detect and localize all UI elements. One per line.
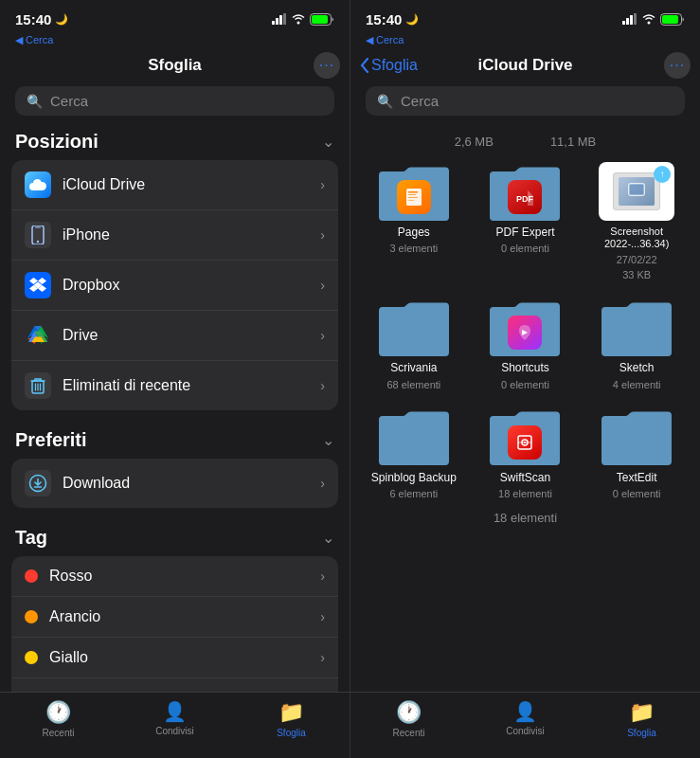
battery-icon bbox=[310, 13, 334, 26]
right-more-button[interactable]: ··· bbox=[664, 52, 691, 79]
left-header-action[interactable]: ··· bbox=[293, 52, 340, 79]
file-sizes-row: 2,6 MB 11,1 MB bbox=[358, 135, 692, 160]
list-item-dropbox[interactable]: Dropbox › bbox=[11, 261, 338, 311]
list-item-iphone[interactable]: iPhone › bbox=[11, 210, 338, 261]
right-back-button[interactable]: Sfoglia bbox=[360, 57, 436, 74]
list-item-drive[interactable]: Drive › bbox=[11, 311, 338, 361]
preferiti-chevron[interactable]: ⌄ bbox=[322, 431, 334, 449]
list-item-giallo[interactable]: Giallo › bbox=[11, 638, 338, 678]
list-item-arancio[interactable]: Arancio › bbox=[11, 597, 338, 638]
svg-rect-9 bbox=[35, 227, 41, 228]
left-search-icon: 🔍 bbox=[27, 94, 43, 109]
scrivania-folder-bg bbox=[376, 298, 452, 356]
right-tab-sfoglia[interactable]: 📁 Sfoglia bbox=[583, 700, 700, 738]
tag-chevron[interactable]: ⌄ bbox=[322, 529, 334, 547]
textedit-count: 0 elementi bbox=[613, 488, 661, 499]
swiftscan-icon-wrap bbox=[487, 406, 563, 467]
download-chevron: › bbox=[320, 476, 325, 491]
dropbox-chevron: › bbox=[320, 278, 325, 293]
screenshot-name: Screenshot 2022-...36.34) bbox=[588, 226, 685, 250]
posizioni-chevron[interactable]: ⌄ bbox=[322, 133, 334, 151]
dropbox-label: Dropbox bbox=[63, 277, 309, 294]
left-tab-sfoglia[interactable]: 📁 Sfoglia bbox=[233, 700, 350, 738]
folder-sketch[interactable]: Sketch 4 elementi bbox=[588, 296, 685, 389]
right-header-action[interactable]: ··· bbox=[615, 52, 691, 79]
eliminati-icon bbox=[25, 372, 51, 399]
left-more-button[interactable]: ··· bbox=[314, 52, 340, 79]
left-tab-recenti[interactable]: 🕐 Recenti bbox=[0, 700, 117, 738]
sketch-count: 4 elementi bbox=[613, 379, 661, 390]
svg-rect-0 bbox=[272, 21, 275, 25]
shortcuts-logo bbox=[514, 322, 535, 343]
right-search[interactable]: 🔍 Cerca bbox=[366, 86, 685, 116]
right-time: 15:40 🌙 bbox=[366, 11, 419, 27]
right-tab-recenti[interactable]: 🕐 Recenti bbox=[350, 700, 467, 738]
folder-pdf[interactable]: PDF PDF Expert 0 elementi bbox=[477, 160, 574, 280]
screenshot-screen-icon bbox=[627, 182, 646, 201]
svg-point-8 bbox=[37, 241, 39, 243]
shortcuts-app-icon bbox=[508, 316, 542, 350]
giallo-dot bbox=[25, 651, 38, 664]
iphone-label: iPhone bbox=[63, 226, 309, 244]
shortcuts-count: 0 elementi bbox=[501, 379, 549, 390]
file-size-1: 2,6 MB bbox=[455, 135, 494, 149]
right-back-label[interactable]: ◀ Cerca bbox=[350, 34, 700, 48]
pdf-icon-wrap: PDF bbox=[487, 160, 563, 222]
svg-rect-3 bbox=[283, 13, 286, 25]
iphone-icon bbox=[25, 222, 51, 248]
swiftscan-app-icon bbox=[508, 425, 542, 460]
drive-label: Drive bbox=[63, 327, 309, 344]
right-search-placeholder: Cerca bbox=[401, 93, 439, 109]
folder-shortcuts[interactable]: Shortcuts 0 elementi bbox=[477, 296, 574, 389]
folder-textedit[interactable]: TextEdit 0 elementi bbox=[588, 406, 685, 499]
signal-icon bbox=[272, 13, 287, 25]
folder-swiftscan[interactable]: SwiftScan 18 elementi bbox=[477, 406, 574, 499]
right-status-bar: 15:40 🌙 bbox=[350, 0, 700, 34]
pdf-app-icon: PDF bbox=[508, 180, 542, 214]
list-item-verde[interactable]: Verde › bbox=[11, 678, 338, 692]
left-panel: 15:40 🌙 ◀ Cerca bbox=[0, 0, 350, 758]
svg-rect-18 bbox=[622, 21, 625, 25]
trash-icon bbox=[30, 377, 45, 394]
dropbox-logo-icon bbox=[29, 278, 46, 293]
left-tab-bar: 🕐 Recenti 👤 Condivisi 📁 Sfoglia bbox=[0, 692, 350, 758]
rosso-dot bbox=[25, 569, 38, 583]
icloud-cloud-icon bbox=[29, 179, 46, 190]
giallo-label: Giallo bbox=[49, 649, 309, 666]
left-tab-condivisi[interactable]: 👤 Condivisi bbox=[117, 700, 233, 736]
right-panel: 15:40 🌙 ◀ Cerca bbox=[350, 0, 700, 758]
back-label: Sfoglia bbox=[371, 57, 418, 74]
right-condivisi-icon: 👤 bbox=[513, 700, 537, 723]
right-header-title: iCloud Drive bbox=[436, 56, 615, 75]
pages-logo bbox=[404, 187, 424, 208]
right-search-icon: 🔍 bbox=[377, 94, 393, 109]
left-time: 15:40 🌙 bbox=[15, 11, 68, 27]
icloud-chevron: › bbox=[320, 177, 325, 192]
folder-screenshot[interactable]: ↑ bbox=[588, 160, 685, 280]
svg-rect-1 bbox=[276, 18, 278, 25]
right-tab-condivisi[interactable]: 👤 Condivisi bbox=[467, 700, 583, 736]
right-status-icons bbox=[622, 13, 685, 26]
right-scroll-area: 2,6 MB 11,1 MB bbox=[350, 127, 700, 692]
list-item-rosso[interactable]: Rosso › bbox=[11, 556, 338, 597]
screenshot-folder-bg: ↑ bbox=[599, 162, 674, 221]
left-back-label[interactable]: ◀ Cerca bbox=[0, 34, 350, 48]
icloud-label: iCloud Drive bbox=[63, 176, 309, 193]
svg-point-35 bbox=[524, 442, 526, 443]
folder-spinblog[interactable]: Spinblog Backup 6 elementi bbox=[366, 406, 462, 499]
posizioni-list: iCloud Drive › iPhone › bbox=[11, 160, 338, 410]
right-sfoglia-icon: 📁 bbox=[629, 700, 655, 725]
left-search[interactable]: 🔍 Cerca bbox=[15, 86, 334, 116]
list-item-eliminati[interactable]: Eliminati di recente › bbox=[11, 361, 338, 410]
screenshot-size: 33 KB bbox=[622, 269, 651, 280]
recenti-icon: 🕐 bbox=[45, 700, 71, 725]
folder-scrivania[interactable]: Scrivania 68 elementi bbox=[366, 296, 462, 389]
sketch-folder-bg bbox=[599, 298, 674, 356]
folder-pages[interactable]: Pages 3 elementi bbox=[366, 160, 462, 280]
svg-rect-6 bbox=[312, 15, 328, 24]
list-item-download[interactable]: Download › bbox=[11, 459, 338, 508]
list-item-icloud[interactable]: iCloud Drive › bbox=[11, 160, 338, 210]
textedit-folder-bg bbox=[599, 406, 674, 465]
left-scroll-area: Posizioni ⌄ iCloud Drive › bbox=[0, 127, 350, 692]
swiftscan-name: SwiftScan bbox=[500, 471, 550, 484]
